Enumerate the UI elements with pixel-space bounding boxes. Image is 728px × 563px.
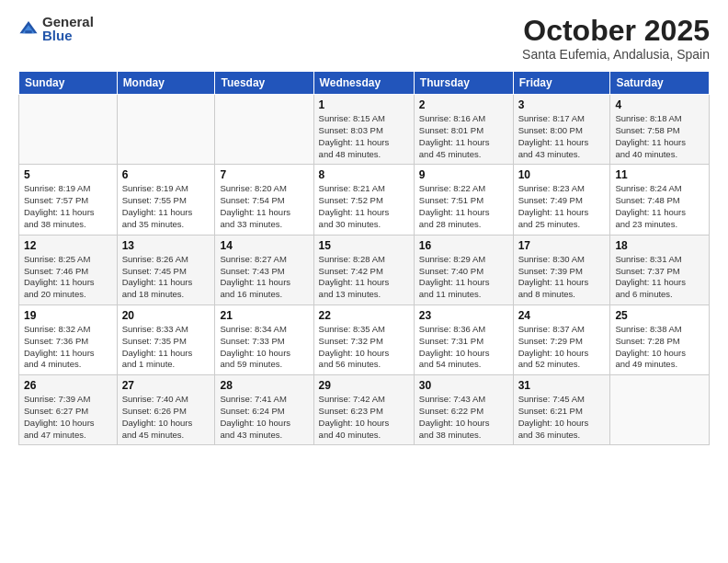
day-number: 25 [615, 309, 704, 322]
weekday-thursday: Thursday [414, 72, 513, 95]
day-info: Sunrise: 8:15 AM Sunset: 8:03 PM Dayligh… [319, 113, 409, 160]
day-info: Sunrise: 8:18 AM Sunset: 7:58 PM Dayligh… [615, 113, 704, 160]
day-number: 10 [518, 168, 606, 181]
day-cell: 26Sunrise: 7:39 AM Sunset: 6:27 PM Dayli… [19, 375, 118, 445]
day-number: 15 [319, 239, 409, 252]
day-info: Sunrise: 7:43 AM Sunset: 6:22 PM Dayligh… [419, 394, 508, 441]
week-row-0: 1Sunrise: 8:15 AM Sunset: 8:03 PM Daylig… [19, 95, 710, 165]
day-info: Sunrise: 8:28 AM Sunset: 7:42 PM Dayligh… [319, 254, 409, 301]
day-info: Sunrise: 8:22 AM Sunset: 7:51 PM Dayligh… [419, 183, 508, 230]
day-cell: 11Sunrise: 8:24 AM Sunset: 7:48 PM Dayli… [610, 165, 710, 235]
day-number: 18 [615, 239, 704, 252]
day-number: 24 [518, 309, 606, 322]
weekday-sunday: Sunday [19, 72, 118, 95]
day-cell: 23Sunrise: 8:36 AM Sunset: 7:31 PM Dayli… [414, 304, 513, 374]
day-number: 27 [122, 379, 210, 392]
page: General Blue October 2025 Santa Eufemia,… [0, 0, 728, 563]
day-info: Sunrise: 8:35 AM Sunset: 7:32 PM Dayligh… [319, 324, 409, 371]
day-cell: 5Sunrise: 8:19 AM Sunset: 7:57 PM Daylig… [19, 165, 118, 235]
day-number: 5 [24, 168, 112, 181]
week-row-1: 5Sunrise: 8:19 AM Sunset: 7:57 PM Daylig… [19, 165, 710, 235]
day-cell: 2Sunrise: 8:16 AM Sunset: 8:01 PM Daylig… [414, 95, 513, 165]
day-cell [19, 95, 118, 165]
day-info: Sunrise: 7:45 AM Sunset: 6:21 PM Dayligh… [518, 394, 606, 441]
day-cell: 13Sunrise: 8:26 AM Sunset: 7:45 PM Dayli… [117, 235, 215, 304]
day-info: Sunrise: 8:21 AM Sunset: 7:52 PM Dayligh… [319, 183, 409, 230]
day-cell: 21Sunrise: 8:34 AM Sunset: 7:33 PM Dayli… [215, 304, 313, 374]
day-info: Sunrise: 8:36 AM Sunset: 7:31 PM Dayligh… [419, 324, 508, 371]
day-info: Sunrise: 8:17 AM Sunset: 8:00 PM Dayligh… [518, 113, 606, 160]
day-cell: 27Sunrise: 7:40 AM Sunset: 6:26 PM Dayli… [117, 375, 215, 445]
day-number: 23 [419, 309, 508, 322]
day-number: 17 [518, 239, 606, 252]
day-info: Sunrise: 8:37 AM Sunset: 7:29 PM Dayligh… [518, 324, 606, 371]
day-cell: 4Sunrise: 8:18 AM Sunset: 7:58 PM Daylig… [610, 95, 710, 165]
day-cell [117, 95, 215, 165]
day-info: Sunrise: 8:20 AM Sunset: 7:54 PM Dayligh… [220, 183, 308, 230]
day-number: 1 [319, 98, 409, 111]
day-number: 9 [419, 168, 508, 181]
day-info: Sunrise: 7:41 AM Sunset: 6:24 PM Dayligh… [220, 394, 308, 441]
day-cell: 28Sunrise: 7:41 AM Sunset: 6:24 PM Dayli… [215, 375, 313, 445]
day-number: 20 [122, 309, 210, 322]
logo-text: General Blue [42, 15, 94, 42]
weekday-saturday: Saturday [610, 72, 710, 95]
day-cell: 1Sunrise: 8:15 AM Sunset: 8:03 PM Daylig… [313, 95, 414, 165]
day-cell: 22Sunrise: 8:35 AM Sunset: 7:32 PM Dayli… [313, 304, 414, 374]
day-number: 30 [419, 379, 508, 392]
day-info: Sunrise: 8:19 AM Sunset: 7:57 PM Dayligh… [24, 183, 112, 230]
day-cell: 17Sunrise: 8:30 AM Sunset: 7:39 PM Dayli… [513, 235, 610, 304]
day-cell: 14Sunrise: 8:27 AM Sunset: 7:43 PM Dayli… [215, 235, 313, 304]
weekday-row: SundayMondayTuesdayWednesdayThursdayFrid… [19, 72, 710, 95]
day-info: Sunrise: 7:39 AM Sunset: 6:27 PM Dayligh… [24, 394, 112, 441]
location: Santa Eufemia, Andalusia, Spain [522, 47, 710, 62]
svg-rect-2 [25, 30, 31, 33]
day-number: 13 [122, 239, 210, 252]
month-title: October 2025 [522, 15, 710, 47]
day-info: Sunrise: 8:26 AM Sunset: 7:45 PM Dayligh… [122, 254, 210, 301]
day-cell: 3Sunrise: 8:17 AM Sunset: 8:00 PM Daylig… [513, 95, 610, 165]
day-info: Sunrise: 8:29 AM Sunset: 7:40 PM Dayligh… [419, 254, 508, 301]
day-info: Sunrise: 8:23 AM Sunset: 7:49 PM Dayligh… [518, 183, 606, 230]
day-cell: 16Sunrise: 8:29 AM Sunset: 7:40 PM Dayli… [414, 235, 513, 304]
calendar-table: SundayMondayTuesdayWednesdayThursdayFrid… [18, 71, 710, 445]
day-cell: 18Sunrise: 8:31 AM Sunset: 7:37 PM Dayli… [610, 235, 710, 304]
day-number: 6 [122, 168, 210, 181]
day-number: 31 [518, 379, 606, 392]
header: General Blue October 2025 Santa Eufemia,… [18, 15, 710, 62]
week-row-4: 26Sunrise: 7:39 AM Sunset: 6:27 PM Dayli… [19, 375, 710, 445]
day-info: Sunrise: 8:31 AM Sunset: 7:37 PM Dayligh… [615, 254, 704, 301]
day-number: 11 [615, 168, 704, 181]
day-number: 2 [419, 98, 508, 111]
calendar-body: 1Sunrise: 8:15 AM Sunset: 8:03 PM Daylig… [19, 95, 710, 445]
day-cell: 9Sunrise: 8:22 AM Sunset: 7:51 PM Daylig… [414, 165, 513, 235]
day-cell: 12Sunrise: 8:25 AM Sunset: 7:46 PM Dayli… [19, 235, 118, 304]
day-number: 12 [24, 239, 112, 252]
logo-general: General [42, 15, 94, 29]
title-block: October 2025 Santa Eufemia, Andalusia, S… [522, 15, 710, 62]
day-info: Sunrise: 8:24 AM Sunset: 7:48 PM Dayligh… [615, 183, 704, 230]
day-cell: 6Sunrise: 8:19 AM Sunset: 7:55 PM Daylig… [117, 165, 215, 235]
week-row-2: 12Sunrise: 8:25 AM Sunset: 7:46 PM Dayli… [19, 235, 710, 304]
day-cell: 8Sunrise: 8:21 AM Sunset: 7:52 PM Daylig… [313, 165, 414, 235]
day-cell: 29Sunrise: 7:42 AM Sunset: 6:23 PM Dayli… [313, 375, 414, 445]
day-info: Sunrise: 8:27 AM Sunset: 7:43 PM Dayligh… [220, 254, 308, 301]
day-cell: 24Sunrise: 8:37 AM Sunset: 7:29 PM Dayli… [513, 304, 610, 374]
logo: General Blue [18, 15, 94, 42]
weekday-monday: Monday [117, 72, 215, 95]
day-info: Sunrise: 8:38 AM Sunset: 7:28 PM Dayligh… [615, 324, 704, 371]
day-info: Sunrise: 8:30 AM Sunset: 7:39 PM Dayligh… [518, 254, 606, 301]
day-cell: 19Sunrise: 8:32 AM Sunset: 7:36 PM Dayli… [19, 304, 118, 374]
day-info: Sunrise: 8:25 AM Sunset: 7:46 PM Dayligh… [24, 254, 112, 301]
calendar-header: SundayMondayTuesdayWednesdayThursdayFrid… [19, 72, 710, 95]
day-number: 7 [220, 168, 308, 181]
weekday-tuesday: Tuesday [215, 72, 313, 95]
day-cell: 31Sunrise: 7:45 AM Sunset: 6:21 PM Dayli… [513, 375, 610, 445]
weekday-friday: Friday [513, 72, 610, 95]
logo-icon [18, 18, 39, 39]
day-info: Sunrise: 8:32 AM Sunset: 7:36 PM Dayligh… [24, 324, 112, 371]
day-number: 8 [319, 168, 409, 181]
day-number: 26 [24, 379, 112, 392]
day-info: Sunrise: 8:19 AM Sunset: 7:55 PM Dayligh… [122, 183, 210, 230]
day-number: 16 [419, 239, 508, 252]
